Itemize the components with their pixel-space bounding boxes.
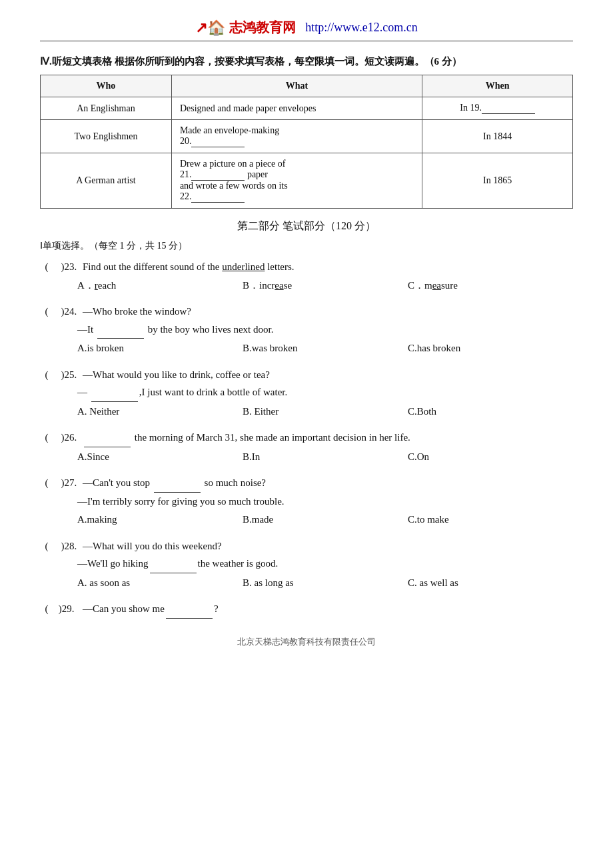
table-row: A German artist Drew a picture on a piec…	[41, 153, 573, 209]
what-3: Drew a picture on a piece of 21. paper a…	[171, 153, 422, 209]
what-1-text: Designed and made paper envelopes	[180, 103, 316, 113]
q23-optC: C．measure	[408, 277, 573, 295]
q26-optA: A.Since	[77, 449, 243, 466]
part2-heading: 第二部分 笔试部分（120 分）	[40, 219, 573, 233]
col-when: When	[422, 75, 573, 97]
blank-21	[191, 169, 245, 181]
q27-options: A.making B.made C.to make	[40, 511, 573, 529]
q27-optC: C.to make	[408, 511, 573, 529]
question-28: ( )28. —What will you do this weekend? —…	[40, 538, 573, 592]
q23-num: )23.	[56, 259, 80, 276]
q24-optA: A.is broken	[77, 340, 243, 357]
q27-text: —Can't you stop so much noise?	[83, 475, 573, 493]
q27-optA: A.making	[77, 511, 243, 529]
q29-num: )29.	[56, 601, 80, 618]
q25-optC: C.Both	[408, 403, 573, 421]
q29-text: —Can you show me ?	[83, 601, 573, 619]
q24-line: ( )24. —Who broke the window?	[40, 303, 573, 321]
q23-line: ( )23. Find out the different sound of t…	[40, 259, 573, 276]
col-who: Who	[41, 75, 172, 97]
footer: 北京天梯志鸿教育科技有限责任公司	[40, 632, 573, 648]
q26-text: the morning of March 31, she made an imp…	[83, 429, 573, 447]
logo-url: http://www.e12.com.cn	[305, 21, 417, 35]
q26-line: ( )26. the morning of March 31, she made…	[40, 429, 573, 447]
q27-line: ( )27. —Can't you stop so much noise?	[40, 475, 573, 493]
what-1: Designed and made paper envelopes	[171, 97, 422, 120]
when-1: In 19.	[422, 97, 573, 120]
q28-num: )28.	[56, 538, 80, 555]
q25-blank	[91, 384, 138, 402]
q26-blank	[84, 429, 131, 447]
q25-sub: — ,I just want to drink a bottle of wate…	[40, 384, 573, 402]
col-what: What	[171, 75, 422, 97]
when-2: In 1844	[422, 120, 573, 153]
q27-num: )27.	[56, 475, 80, 492]
q25-text: —What would you like to drink, coffee or…	[83, 367, 573, 384]
q25-options: A. Neither B. Either C.Both	[40, 403, 573, 421]
table-row: Two Englishmen Made an envelope-making 2…	[41, 120, 573, 153]
q24-options: A.is broken B.was broken C.has broken	[40, 340, 573, 357]
q23-text: Find out the different sound of the unde…	[83, 259, 573, 276]
question-23: ( )23. Find out the different sound of t…	[40, 259, 573, 294]
q28-line: ( )28. —What will you do this weekend?	[40, 538, 573, 555]
q28-options: A. as soon as B. as long as C. as well a…	[40, 575, 573, 592]
q23-paren: (	[40, 259, 53, 276]
blank-20	[191, 136, 245, 147]
q28-optA: A. as soon as	[77, 575, 243, 592]
when-3: In 1865	[422, 153, 573, 209]
q24-blank	[97, 321, 144, 339]
who-3: A German artist	[41, 153, 172, 209]
q28-paren: (	[40, 538, 53, 555]
q27-paren: (	[40, 475, 53, 492]
q24-text: —Who broke the window?	[83, 303, 573, 321]
q29-line: ( )29. —Can you show me ?	[40, 601, 573, 619]
question-27: ( )27. —Can't you stop so much noise? —I…	[40, 475, 573, 529]
question-25: ( )25. —What would you like to drink, co…	[40, 367, 573, 421]
section4-title: Ⅳ.听短文填表格 根据你所听到的内容，按要求填写表格，每空限填一词。短文读两遍。…	[40, 53, 573, 69]
q26-optB: B.In	[243, 449, 408, 466]
logo-icon: ↗🏠	[195, 19, 225, 37]
q24-optB: B.was broken	[243, 340, 408, 357]
q28-text: —What will you do this weekend?	[83, 538, 573, 555]
q26-paren: (	[40, 429, 53, 447]
q26-num: )26.	[56, 429, 80, 447]
question-26: ( )26. the morning of March 31, she made…	[40, 429, 573, 465]
q25-num: )25.	[56, 367, 80, 384]
who-2: Two Englishmen	[41, 120, 172, 153]
q29-blank	[166, 601, 213, 619]
q27-optB: B.made	[243, 511, 408, 529]
q28-blank	[150, 555, 197, 573]
section1-title: Ⅰ单项选择。（每空 1 分，共 15 分）	[40, 240, 573, 252]
table-row: An Englishman Designed and made paper en…	[41, 97, 573, 120]
question-24: ( )24. —Who broke the window? —It by the…	[40, 303, 573, 357]
q24-paren: (	[40, 303, 53, 321]
q24-optC: C.has broken	[408, 340, 573, 357]
header: ↗🏠 志鸿教育网 http://www.e12.com.cn	[40, 13, 573, 41]
q25-optA: A. Neither	[77, 403, 243, 421]
q25-optB: B. Either	[243, 403, 408, 421]
q27-sub: —I'm terribly sorry for giving you so mu…	[40, 493, 573, 511]
q25-paren: (	[40, 367, 53, 384]
page: ↗🏠 志鸿教育网 http://www.e12.com.cn Ⅳ.听短文填表格 …	[0, 0, 613, 868]
q25-line: ( )25. —What would you like to drink, co…	[40, 367, 573, 384]
header-logo: ↗🏠 志鸿教育网 http://www.e12.com.cn	[195, 19, 417, 37]
what-2: Made an envelope-making 20.	[171, 120, 422, 153]
fill-table: Who What When An Englishman Designed and…	[40, 75, 573, 209]
q23-optA: A．reach	[77, 277, 243, 295]
q24-num: )24.	[56, 303, 80, 321]
logo-text: 志鸿教育网	[229, 19, 296, 37]
who-1: An Englishman	[41, 97, 172, 120]
blank-19	[482, 103, 535, 114]
q26-options: A.Since B.In C.On	[40, 449, 573, 466]
q28-sub: —We'll go hiking the weather is good.	[40, 555, 573, 573]
q23-options: A．reach B．increase C．measure	[40, 277, 573, 295]
q28-optC: C. as well as	[408, 575, 573, 592]
table-header-row: Who What When	[41, 75, 573, 97]
question-29: ( )29. —Can you show me ?	[40, 601, 573, 619]
q27-blank	[154, 475, 201, 493]
q29-paren: (	[40, 601, 53, 618]
q26-optC: C.On	[408, 449, 573, 466]
blank-22	[191, 191, 245, 203]
q24-sub: —It by the boy who lives next door.	[40, 321, 573, 339]
q23-optB: B．increase	[243, 277, 408, 295]
